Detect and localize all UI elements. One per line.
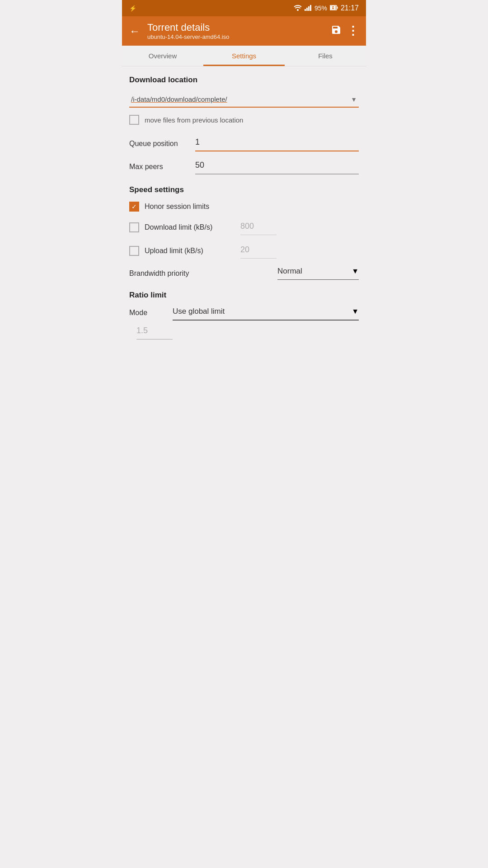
ratio-dropdown-arrow: ▼ <box>352 307 359 316</box>
usb-icon: ⚡ <box>129 5 136 12</box>
svg-rect-7 <box>337 7 338 9</box>
ratio-value-wrap <box>136 324 359 340</box>
svg-rect-1 <box>305 9 306 11</box>
max-peers-input[interactable] <box>195 159 359 175</box>
battery-icon <box>330 5 338 12</box>
max-peers-row: Max peers <box>129 159 359 175</box>
max-peers-input-wrap <box>195 159 359 175</box>
bandwidth-priority-value: Normal <box>277 267 302 276</box>
bandwidth-priority-dropdown[interactable]: Normal ▼ <box>277 267 359 280</box>
queue-position-label: Queue position <box>129 140 188 151</box>
svg-rect-2 <box>306 8 308 11</box>
ratio-limit-title: Ratio limit <box>129 291 359 300</box>
title-group: Torrent details ubuntu-14.04-server-amd6… <box>147 22 324 40</box>
bandwidth-priority-label: Brandwidth priority <box>129 269 189 278</box>
svg-point-0 <box>297 9 299 11</box>
download-location-section: Download location /i-data/md0/download/c… <box>129 75 359 125</box>
battery-text: 95% <box>314 5 327 12</box>
svg-rect-3 <box>308 6 310 11</box>
download-limit-row: Download limit (kB/s) <box>129 220 359 235</box>
queue-position-row: Queue position <box>129 136 359 151</box>
download-limit-label: Download limit (kB/s) <box>145 223 235 231</box>
status-right: 95% 21:17 <box>294 4 359 12</box>
tab-files[interactable]: Files <box>285 46 366 66</box>
wifi-icon <box>294 5 302 12</box>
queue-position-input-wrap <box>195 136 359 151</box>
download-limit-input[interactable] <box>240 220 277 235</box>
tab-settings[interactable]: Settings <box>203 46 285 66</box>
location-path: /i-data/md0/download/complete/ <box>131 95 351 103</box>
more-menu-button[interactable]: ⋮ <box>347 24 359 38</box>
move-files-label: move files from previous location <box>145 116 243 124</box>
ratio-value-row <box>129 324 359 340</box>
app-bar: ← Torrent details ubuntu-14.04-server-am… <box>122 16 366 46</box>
upload-limit-label: Upload limit (kB/s) <box>145 247 235 255</box>
status-bar: ⚡ 95% <box>122 0 366 16</box>
ratio-mode-row: Mode Use global limit ▼ <box>129 307 359 321</box>
speed-settings-section: Speed settings ✓ Honor session limits Do… <box>129 185 359 280</box>
bandwidth-priority-row: Brandwidth priority Normal ▼ <box>129 267 359 280</box>
queue-position-input[interactable] <box>195 136 359 151</box>
status-left: ⚡ <box>129 5 136 12</box>
upload-limit-row: Upload limit (kB/s) <box>129 243 359 259</box>
download-location-title: Download location <box>129 75 359 85</box>
max-peers-label: Max peers <box>129 163 188 175</box>
ratio-mode-dropdown[interactable]: Use global limit ▼ <box>173 307 359 321</box>
back-button[interactable]: ← <box>129 25 140 38</box>
honor-session-limits-checkbox[interactable]: ✓ <box>129 202 139 212</box>
ratio-mode-value: Use global limit <box>173 307 225 316</box>
page-subtitle: ubuntu-14.04-server-amd64.iso <box>147 33 324 40</box>
tab-bar: Overview Settings Files <box>122 46 366 66</box>
tab-overview[interactable]: Overview <box>122 46 203 66</box>
status-time: 21:17 <box>341 4 359 12</box>
svg-rect-4 <box>310 5 311 11</box>
queue-peers-section: Queue position Max peers <box>129 136 359 175</box>
upload-limit-checkbox[interactable] <box>129 246 139 256</box>
save-button[interactable] <box>331 24 342 38</box>
speed-settings-title: Speed settings <box>129 185 359 194</box>
signal-icon <box>305 5 312 12</box>
bandwidth-dropdown-arrow: ▼ <box>352 267 359 275</box>
honor-session-limits-row: ✓ Honor session limits <box>129 202 359 212</box>
location-dropdown[interactable]: /i-data/md0/download/complete/ ▼ <box>129 92 359 108</box>
settings-content: Download location /i-data/md0/download/c… <box>122 66 366 359</box>
download-limit-checkbox[interactable] <box>129 222 139 232</box>
upload-limit-input[interactable] <box>240 243 277 259</box>
honor-session-limits-label: Honor session limits <box>145 203 235 211</box>
page-title: Torrent details <box>147 22 324 33</box>
location-dropdown-arrow: ▼ <box>351 96 357 103</box>
app-bar-actions: ⋮ <box>331 24 359 38</box>
ratio-value-input[interactable] <box>136 324 173 340</box>
ratio-limit-section: Ratio limit Mode Use global limit ▼ <box>129 291 359 340</box>
move-files-checkbox[interactable] <box>129 115 139 125</box>
move-files-row: move files from previous location <box>129 115 359 125</box>
ratio-mode-label: Mode <box>129 309 165 321</box>
